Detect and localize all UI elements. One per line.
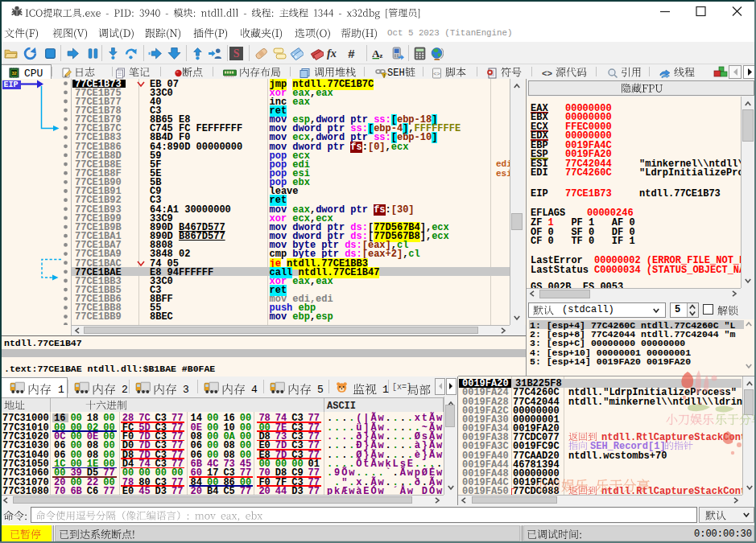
svg-text:#: # — [348, 47, 355, 60]
svg-text:32: 32 — [11, 71, 16, 76]
svg-text:A: A — [372, 47, 380, 60]
svg-text:z: z — [380, 51, 383, 60]
svg-text:<>: <> — [433, 71, 440, 77]
svg-text:<>: <> — [542, 68, 552, 78]
svg-text:fx: fx — [327, 47, 337, 60]
svg-text:S: S — [233, 47, 240, 60]
